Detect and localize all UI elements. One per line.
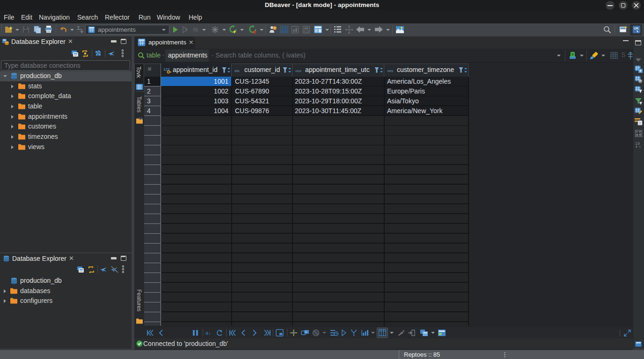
- svg-text:ucs: ucs: [295, 69, 301, 73]
- svg-text:a↓: a↓: [205, 331, 211, 336]
- svg-text:%: %: [193, 26, 198, 33]
- svg-text:ats: ats: [234, 69, 240, 73]
- svg-text:19: 19: [635, 141, 640, 146]
- svg-text:UK: UK: [634, 26, 639, 30]
- svg-text:?: ?: [274, 27, 276, 30]
- svg-text:ues: ues: [387, 69, 393, 73]
- svg-text:+: +: [305, 330, 307, 334]
